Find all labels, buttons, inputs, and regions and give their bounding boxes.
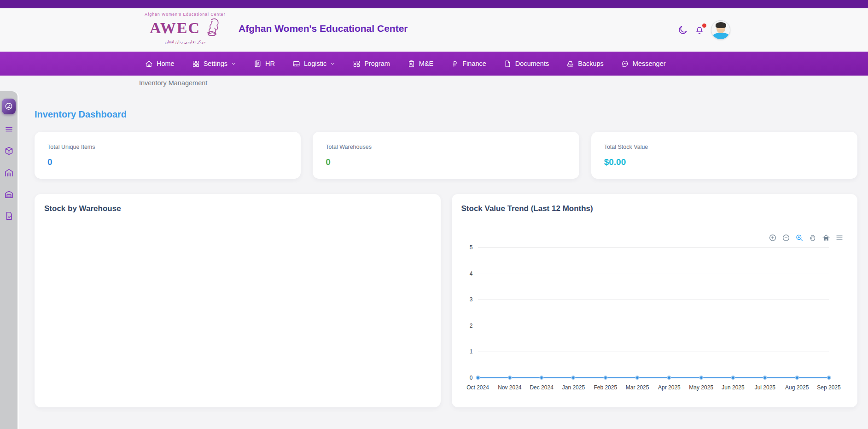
nav-item-documents[interactable]: Documents xyxy=(504,60,549,68)
y-axis-tick: 2 xyxy=(470,323,473,329)
nav-item-label: Logistic xyxy=(304,60,326,67)
sidebar-item-records[interactable] xyxy=(2,209,16,223)
stat-value: 0 xyxy=(326,157,566,167)
data-point-marker xyxy=(507,376,512,380)
nav-item-label: Home xyxy=(157,60,175,67)
stat-card-total-warehouses: Total Warehouses 0 xyxy=(313,132,579,179)
nav-item-home[interactable]: Home xyxy=(145,60,175,68)
nav-item-logistic[interactable]: Logistic xyxy=(292,60,335,68)
y-axis-tick: 5 xyxy=(470,244,473,251)
stat-label: Total Unique Items xyxy=(47,144,288,150)
zoom-in-icon[interactable] xyxy=(769,234,777,242)
document-check-icon xyxy=(4,211,14,221)
zoom-out-icon[interactable] xyxy=(782,234,790,242)
inventory-dashboard-page: Afghan Women's Educational Center AWEC م… xyxy=(0,0,868,429)
stat-value: $0.00 xyxy=(604,157,845,167)
data-point-marker xyxy=(667,376,671,380)
y-axis-tick: 4 xyxy=(470,270,473,277)
messenger-chat-icon xyxy=(621,60,629,68)
chart-title: Stock Value Trend (Last 12 Months) xyxy=(461,204,593,213)
nav-item-mande[interactable]: M&E xyxy=(408,60,433,68)
mother-child-figure-icon xyxy=(201,17,221,39)
nav-item-label: Finance xyxy=(462,60,486,67)
data-point-marker xyxy=(763,376,767,380)
finance-currency-icon xyxy=(451,60,459,68)
chart-title: Stock by Warehouse xyxy=(44,204,121,213)
sidebar xyxy=(0,91,17,429)
nav-item-label: Messenger xyxy=(633,60,666,67)
x-axis-tick: Nov 2024 xyxy=(498,384,521,391)
me-clipboard-icon xyxy=(408,60,415,68)
warehouse-icon xyxy=(4,189,14,199)
home-icon xyxy=(145,60,153,68)
stat-value: 0 xyxy=(47,157,288,167)
chevron-down-icon xyxy=(330,61,335,66)
x-axis-tick: Jan 2025 xyxy=(562,384,585,391)
nav-item-label: Backups xyxy=(578,60,604,67)
data-point-marker xyxy=(699,376,703,380)
menu-icon[interactable] xyxy=(835,234,844,242)
charts-row: Stock by Warehouse Stock Value Trend (La… xyxy=(35,194,857,407)
data-point-marker xyxy=(603,376,607,380)
logo-dari-text: مرکز تعلیمی زنان افغان xyxy=(141,40,229,44)
awec-logo[interactable]: Afghan Women's Educational Center AWEC م… xyxy=(141,12,229,44)
gridline xyxy=(478,326,829,326)
x-axis-tick: Oct 2024 xyxy=(466,384,489,391)
data-point-marker xyxy=(571,376,576,380)
app-header: Afghan Women's Educational Center AWEC م… xyxy=(0,8,868,52)
x-axis-tick: Apr 2025 xyxy=(658,384,681,391)
notification-bell-icon[interactable] xyxy=(694,25,705,35)
selection-zoom-icon[interactable] xyxy=(795,234,804,242)
nav-item-label: Program xyxy=(364,60,390,67)
stock-value-series-line xyxy=(478,377,829,378)
top-accent-strip xyxy=(0,0,868,8)
logo-acronym: AWEC xyxy=(150,20,200,36)
x-axis-tick: Aug 2025 xyxy=(785,384,809,391)
user-avatar[interactable] xyxy=(711,20,730,40)
nav-item-finance[interactable]: Finance xyxy=(451,60,486,68)
chevron-down-icon xyxy=(231,61,236,66)
backups-drive-icon xyxy=(566,60,574,68)
sidebar-item-warehouse-stock[interactable] xyxy=(2,165,16,179)
nav-item-backups[interactable]: Backups xyxy=(566,60,604,68)
gridline xyxy=(478,352,829,352)
stat-card-total-unique-items: Total Unique Items 0 xyxy=(35,132,301,179)
panning-icon[interactable] xyxy=(809,234,817,242)
sidebar-item-dashboard[interactable] xyxy=(2,99,16,114)
sidebar-item-warehouse[interactable] xyxy=(2,187,16,201)
x-axis-tick: Sep 2025 xyxy=(817,384,840,391)
data-point-marker xyxy=(635,376,640,380)
reset-zoom-icon[interactable] xyxy=(822,234,830,242)
x-axis-tick: Jun 2025 xyxy=(722,384,744,391)
y-axis-tick: 3 xyxy=(470,296,473,303)
stat-label: Total Warehouses xyxy=(326,144,566,150)
dark-mode-moon-icon[interactable] xyxy=(678,25,688,35)
y-axis-tick: 0 xyxy=(470,375,473,381)
notification-dot xyxy=(702,24,706,28)
nav-item-label: HR xyxy=(265,60,275,67)
nav-item-hr[interactable]: HR xyxy=(254,60,275,68)
nav-item-settings[interactable]: Settings xyxy=(192,60,236,68)
y-axis-tick: 1 xyxy=(470,348,473,355)
x-axis-tick: Mar 2025 xyxy=(626,384,649,391)
stock-by-warehouse-card: Stock by Warehouse xyxy=(35,194,441,407)
sidebar-item-menu[interactable] xyxy=(2,122,16,136)
nav-item-label: Documents xyxy=(515,60,549,67)
x-axis-tick: Jul 2025 xyxy=(755,384,775,391)
x-axis-tick: Feb 2025 xyxy=(594,384,617,391)
package-box-icon xyxy=(4,146,14,156)
sidebar-item-items[interactable] xyxy=(2,144,16,158)
header-actions xyxy=(678,20,730,40)
data-point-marker xyxy=(540,376,544,380)
gridline xyxy=(478,247,829,248)
stock-value-trend-card: Stock Value Trend (Last 12 Months) 01234… xyxy=(452,194,858,407)
stat-label: Total Stock Value xyxy=(604,144,845,150)
data-point-marker xyxy=(731,376,735,380)
nav-item-program[interactable]: Program xyxy=(353,60,390,68)
avatar-shirt xyxy=(713,33,729,40)
page-title: Inventory Dashboard xyxy=(35,109,127,120)
stat-card-total-stock-value: Total Stock Value $0.00 xyxy=(591,132,857,179)
gridline xyxy=(478,274,829,274)
chart-toolbar xyxy=(769,234,844,242)
nav-item-messenger[interactable]: Messenger xyxy=(621,60,666,68)
